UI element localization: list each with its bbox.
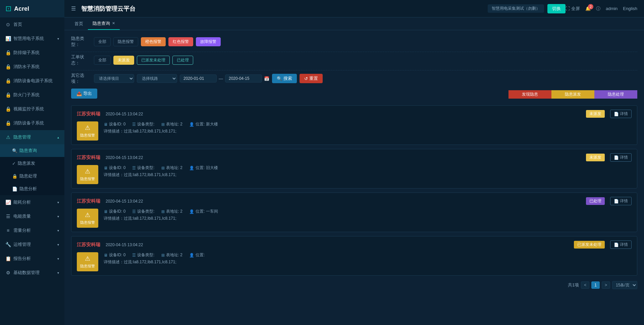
pagination-next-btn[interactable]: > bbox=[602, 281, 610, 289]
lock-icon-water: 🔒 bbox=[5, 64, 11, 69]
admin-label[interactable]: admin bbox=[606, 6, 618, 11]
filter-type-orange-btn[interactable]: 橙色报警 bbox=[141, 37, 166, 46]
record-details: 🖥 设备ID: 0 ☰ 设备类型: ⊞ 表地址: 2 👤 bbox=[104, 165, 632, 178]
record-company[interactable]: 江苏安科瑞 bbox=[77, 111, 100, 117]
sidebar-item-hazard-analysis[interactable]: 📄 隐患分析 bbox=[0, 182, 64, 195]
content-area: 隐患类型： 全部 隐患报警 橙色报警 红色报警 故障报警 工单状态： 全部 未派… bbox=[64, 30, 644, 325]
sidebar-item-door-label: 防火门子系统 bbox=[13, 92, 40, 98]
app-title: 智慧消防管理云平台 bbox=[81, 5, 488, 13]
sidebar-item-water-label: 消防水子系统 bbox=[13, 64, 40, 70]
alert-badge: ⚠ 隐患报警 bbox=[77, 121, 98, 141]
sidebar-item-hazard-mgmt[interactable]: ⚠ 隐患管理 ▴ bbox=[0, 130, 64, 144]
switch-button[interactable]: 切换 bbox=[547, 4, 566, 13]
tab-close-icon[interactable]: ✕ bbox=[112, 21, 115, 25]
record-time: 2020-04-15 13:04:22 bbox=[106, 155, 143, 160]
energy-icon: 📈 bbox=[5, 200, 11, 205]
line-select[interactable]: 选择线路 bbox=[137, 74, 177, 83]
record-company[interactable]: 江苏安科瑞 bbox=[77, 155, 100, 161]
notification-bell[interactable]: 🔔 2 bbox=[585, 6, 591, 11]
detail-button[interactable]: 📄 详情 bbox=[610, 240, 632, 249]
language-switcher[interactable]: English bbox=[623, 6, 637, 11]
sidebar-item-report[interactable]: 📋 报告分析 ▾ bbox=[0, 252, 64, 266]
location-icon: 👤 bbox=[189, 253, 194, 258]
pagination-prev-btn[interactable]: < bbox=[581, 281, 589, 289]
sidebar-item-hazard-analysis-label: 隐患分析 bbox=[19, 186, 37, 192]
pagination-per-page[interactable]: 15条/页 bbox=[612, 281, 637, 289]
info-icon: ⓘ bbox=[596, 6, 600, 12]
status-badge: 未派发 bbox=[586, 154, 605, 161]
date-end-input[interactable] bbox=[225, 74, 262, 83]
sidebar-item-power-quality[interactable]: ☰ 电能质量 ▾ bbox=[0, 209, 64, 223]
sidebar-item-power-label: 消防设备电源子系统 bbox=[13, 78, 53, 84]
tab-hazard-query[interactable]: 隐患查询 ✕ bbox=[88, 18, 120, 30]
date-start-input[interactable] bbox=[180, 74, 217, 83]
location-icon: 👤 bbox=[189, 166, 194, 170]
filter-status-label: 工单状态： bbox=[71, 54, 91, 66]
check-icon: ✓ bbox=[12, 161, 16, 166]
sidebar-item-device[interactable]: 🔒 消防设备子系统 bbox=[0, 116, 64, 130]
filter-status-dispatched-btn[interactable]: 已派发未处理 bbox=[137, 56, 170, 65]
sidebar-item-ops-label: 运维管理 bbox=[13, 241, 31, 248]
sidebar-item-water[interactable]: 🔒 消防水子系统 bbox=[0, 60, 64, 74]
sidebar-item-energy[interactable]: 📈 能耗分析 ▾ bbox=[0, 195, 64, 209]
filter-type-fault-btn[interactable]: 故障报警 bbox=[196, 37, 221, 46]
lock-icon-hazard-process: 🔒 bbox=[12, 174, 17, 179]
fullscreen-toggle[interactable]: ⛶ 全屏 bbox=[566, 6, 580, 12]
filter-type-row: 隐患类型： 全部 隐患报警 橙色报警 红色报警 故障报警 bbox=[71, 36, 637, 48]
detail-location: 👤 位置: 旧大楼 bbox=[189, 165, 218, 171]
filter-status-pending-btn[interactable]: 未派发 bbox=[113, 56, 134, 65]
sidebar-item-power[interactable]: 🔒 消防设备电源子系统 bbox=[0, 74, 64, 88]
lock-icon-smoke: 🔒 bbox=[5, 50, 11, 55]
status-badge: 已派发未处理 bbox=[574, 241, 605, 249]
detail-label: 详情 bbox=[620, 242, 628, 248]
doc-icon: 📄 bbox=[614, 112, 619, 116]
sidebar-item-base-data[interactable]: ⚙ 基础数据管理 ▾ bbox=[0, 266, 64, 280]
alert-badge: ⚠ 隐患报警 bbox=[77, 165, 98, 184]
warning-icon: ⚠ bbox=[85, 124, 90, 131]
search-button[interactable]: 🔍 搜索 bbox=[272, 74, 297, 83]
tab-home[interactable]: 首页 bbox=[70, 18, 88, 30]
chevron-up-icon: ▴ bbox=[57, 136, 59, 139]
filter-status-processed-btn[interactable]: 已处理 bbox=[172, 56, 193, 65]
lock-icon-door: 🔒 bbox=[5, 92, 11, 98]
sidebar-item-demand[interactable]: ≡ 需量分析 ▾ bbox=[0, 223, 64, 237]
filter-type-red-btn[interactable]: 红色报警 bbox=[168, 37, 193, 46]
sidebar-item-ops[interactable]: 🔧 运维管理 ▾ bbox=[0, 237, 64, 252]
sidebar-item-door[interactable]: 🔒 防火门子系统 bbox=[0, 88, 64, 102]
sidebar-item-hazard-dispatch[interactable]: ✓ 隐患派发 bbox=[0, 157, 64, 170]
detail-button[interactable]: 📄 详情 bbox=[610, 197, 632, 205]
export-icon: 📤 bbox=[76, 91, 82, 96]
detail-button[interactable]: 📄 详情 bbox=[610, 110, 632, 118]
filter-type-report-btn[interactable]: 隐患报警 bbox=[113, 37, 138, 46]
detail-button[interactable]: 📄 详情 bbox=[610, 153, 632, 162]
calendar-icon: 📅 bbox=[264, 76, 269, 81]
detail-location: 👤 位置: 一车间 bbox=[189, 209, 218, 214]
type-icon: ☰ bbox=[132, 253, 136, 258]
project-select[interactable]: 请选择项目 bbox=[94, 74, 134, 83]
fullscreen-label: 全屏 bbox=[571, 6, 580, 12]
alert-badge-label: 隐患报警 bbox=[80, 220, 95, 225]
date-separator: — bbox=[219, 76, 223, 81]
device-type-value: 设备类型: bbox=[137, 209, 154, 214]
detail-device-type: ☰ 设备类型: bbox=[132, 165, 154, 171]
menu-icon[interactable]: ☰ bbox=[71, 5, 76, 12]
logo-text: Acrel bbox=[14, 5, 29, 12]
ops-icon: 🔧 bbox=[5, 242, 11, 247]
sidebar-item-electric[interactable]: 📊 智慧用电子系统 ▾ bbox=[0, 32, 64, 46]
sidebar-item-hazard-query[interactable]: 🔍 隐患查询 bbox=[0, 144, 64, 157]
reset-button[interactable]: ↺ 重置 bbox=[300, 74, 323, 83]
info-icon-btn[interactable]: ⓘ bbox=[596, 6, 600, 12]
filter-status-all-btn[interactable]: 全部 bbox=[94, 56, 111, 65]
record-company[interactable]: 江苏安科瑞 bbox=[77, 242, 100, 248]
sidebar-item-hazard-process[interactable]: 🔒 隐患处理 bbox=[0, 170, 64, 182]
sidebar-item-smoke[interactable]: 🔒 防排烟子系统 bbox=[0, 46, 64, 60]
sidebar-item-home[interactable]: ⊙ 首页 bbox=[0, 17, 64, 32]
type-icon: ☰ bbox=[132, 166, 136, 170]
lock-icon-device: 🔒 bbox=[5, 120, 11, 126]
export-button[interactable]: 📤 导出 bbox=[71, 89, 97, 99]
detail-row-1: 🖥 设备ID: 0 ☰ 设备类型: ⊞ 表地址: 2 👤 bbox=[104, 165, 632, 171]
record-company[interactable]: 江苏安科瑞 bbox=[77, 198, 100, 204]
filter-type-all-btn[interactable]: 全部 bbox=[94, 37, 111, 46]
sidebar-item-hazard-process-label: 隐患处理 bbox=[19, 173, 37, 179]
sidebar-item-video[interactable]: 🔒 视频监控子系统 bbox=[0, 102, 64, 116]
